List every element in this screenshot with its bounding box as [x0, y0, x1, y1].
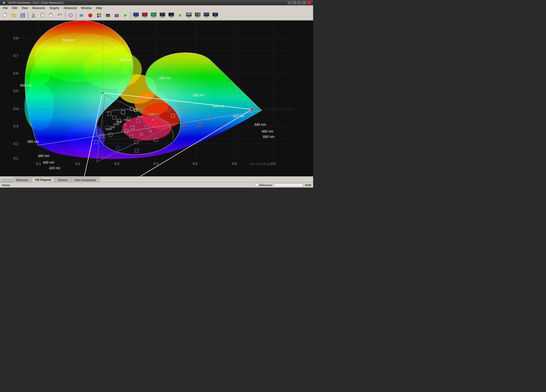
svg-text:0.8: 0.8: [13, 36, 18, 40]
svg-point-21: [81, 15, 82, 16]
titlebar-controls: ─ ❐ ─ ❐ ✕: [288, 1, 311, 4]
menu-help[interactable]: Help: [94, 6, 104, 11]
close-btn[interactable]: ✕: [307, 1, 311, 4]
svg-marker-32: [124, 14, 127, 17]
svg-text:460 nm: 460 nm: [38, 154, 49, 158]
svg-text:0.2: 0.2: [13, 142, 18, 146]
inner-restore-btn[interactable]: ❐: [293, 1, 296, 4]
monitor3-btn[interactable]: [150, 11, 158, 20]
toolbar: ? HD: [0, 11, 313, 21]
tabbar: ◄ ◄◄ ► Measures CIE Diagram Gamma Color …: [0, 176, 313, 182]
menu-measures[interactable]: Measures: [30, 6, 47, 11]
app-icon: [2, 1, 6, 5]
svg-text:500 nm: 500 nm: [20, 83, 32, 87]
svg-point-139: [101, 91, 104, 94]
svg-rect-40: [143, 13, 147, 16]
svg-text:640 nm: 640 nm: [254, 123, 266, 126]
svg-rect-73: [215, 16, 216, 17]
undo-btn[interactable]: [56, 11, 64, 20]
reference-label: Reference: [259, 184, 272, 187]
menu-window[interactable]: Window: [79, 6, 93, 11]
svg-text:0.7: 0.7: [13, 54, 18, 58]
tab-navigation: ◄ ◄◄ ►: [1, 179, 12, 182]
svg-text:0.6: 0.6: [232, 162, 237, 166]
svg-text:?: ?: [70, 14, 71, 17]
svg-rect-57: [188, 16, 190, 17]
restore-btn[interactable]: ❐: [302, 1, 306, 4]
tab-first-btn[interactable]: ◄◄: [5, 179, 8, 182]
monitor5-btn[interactable]: [167, 11, 176, 20]
svg-text:A: A: [152, 118, 154, 121]
svg-text:600 nm: 600 nm: [213, 104, 224, 108]
inner-minimize-btn[interactable]: ─: [288, 1, 292, 4]
svg-text:HD: HD: [107, 15, 109, 17]
svg-rect-26: [99, 16, 101, 17]
menubar: File Edit View Measures Graphs Advanced …: [0, 5, 313, 11]
hd-btn[interactable]: HD: [104, 11, 112, 20]
svg-rect-59: [187, 13, 191, 14]
svg-rect-53: [170, 17, 173, 18]
titlebar: HCFR Colorimeter - 3.5.2 - [Color Measur…: [0, 0, 313, 5]
menu-file[interactable]: File: [1, 6, 10, 11]
svg-text:4000: 4000: [124, 118, 129, 121]
svg-rect-44: [151, 13, 156, 16]
monitor9-btn[interactable]: [211, 11, 220, 20]
status-text: Ready: [2, 184, 10, 187]
tab-measures[interactable]: Measures: [13, 177, 31, 182]
reference-checkbox[interactable]: [255, 183, 258, 187]
monitor2-btn[interactable]: [141, 11, 149, 20]
monitor4-btn[interactable]: [159, 11, 167, 20]
svg-text:0.3: 0.3: [114, 162, 119, 166]
svg-rect-23: [97, 13, 99, 15]
tab-cie-diagram[interactable]: CIE Diagram: [32, 177, 54, 182]
svg-text:0.3: 0.3: [13, 124, 18, 128]
svg-rect-64: [195, 13, 196, 16]
monitor1-btn[interactable]: [132, 11, 140, 20]
monitor6-btn[interactable]: [185, 11, 193, 20]
play2-btn[interactable]: [176, 11, 184, 20]
reference-checkbox-area[interactable]: Reference: [255, 183, 272, 187]
svg-text:0.2: 0.2: [75, 162, 80, 166]
monitor7-btn[interactable]: [194, 11, 202, 20]
pattern-btn[interactable]: [95, 11, 103, 20]
tab-gamma[interactable]: Gamma: [55, 177, 71, 182]
copy-btn[interactable]: [38, 11, 46, 20]
svg-rect-38: [144, 16, 146, 17]
svg-rect-74: [214, 17, 217, 18]
menu-graphs[interactable]: Graphs: [48, 6, 61, 11]
svg-text:2700: 2700: [148, 113, 154, 116]
num-indicator: NUM: [305, 184, 311, 187]
svg-marker-17: [58, 15, 58, 16]
svg-rect-5: [12, 14, 13, 15]
tab-color-temperature[interactable]: Color temperature: [71, 177, 99, 182]
new-btn[interactable]: [1, 11, 9, 20]
svg-text:B: B: [124, 123, 126, 126]
paste-btn[interactable]: [47, 11, 55, 20]
svg-text:0.4: 0.4: [13, 107, 18, 111]
svg-rect-52: [171, 16, 172, 17]
save-btn[interactable]: [19, 11, 27, 20]
tab-prev-btn[interactable]: ◄: [1, 179, 4, 182]
menu-view[interactable]: View: [20, 6, 30, 11]
menu-edit[interactable]: Edit: [10, 6, 19, 11]
svg-rect-67: [198, 13, 200, 16]
tab-next-btn[interactable]: ►: [9, 179, 12, 182]
device-btn[interactable]: [77, 11, 86, 20]
open-btn[interactable]: [10, 11, 18, 20]
sep2: [65, 12, 66, 19]
monitor8-btn[interactable]: [203, 11, 211, 20]
svg-rect-65: [196, 13, 197, 16]
svg-text:0.1: 0.1: [13, 156, 18, 160]
titlebar-title: HCFR Colorimeter - 3.5.2 - [Color Measur…: [8, 1, 63, 4]
help-btn[interactable]: ?: [67, 11, 75, 20]
cie-diagram: 0.8 0.7 0.6 0.5 0.4 0.3 0.2 0.1 0.1 0.2 …: [0, 21, 313, 176]
minimize-btn[interactable]: ─: [297, 1, 301, 4]
cut-btn[interactable]: [29, 11, 38, 20]
red-measure-btn[interactable]: [86, 11, 94, 20]
menu-advanced[interactable]: Advanced: [62, 6, 79, 11]
svg-rect-35: [134, 17, 138, 18]
play-btn[interactable]: [121, 11, 130, 20]
snapshot-btn[interactable]: [113, 11, 121, 20]
svg-text:0.1: 0.1: [36, 162, 41, 166]
sep4: [131, 12, 131, 19]
